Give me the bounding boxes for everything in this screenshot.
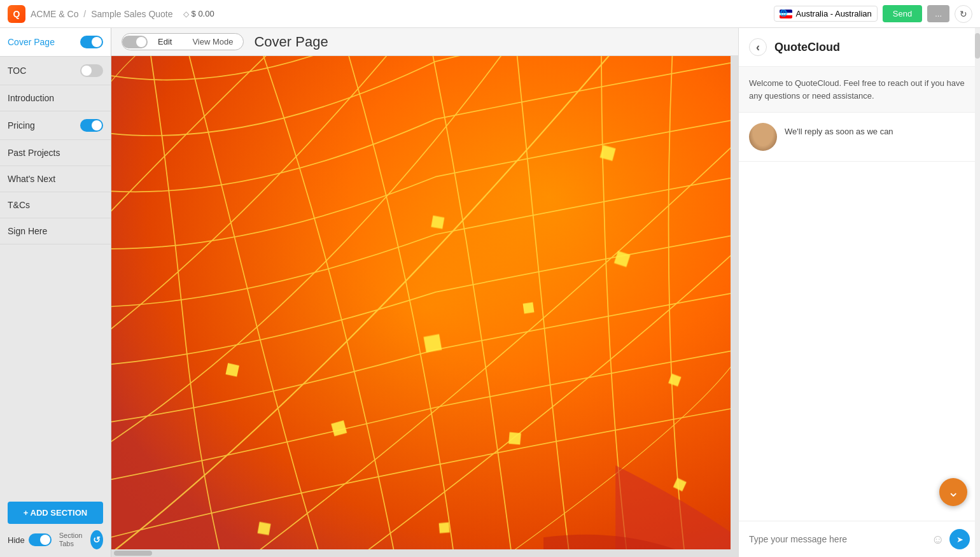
cover-canvas [111, 56, 738, 557]
cover-page-toggle[interactable] [80, 36, 103, 48]
edit-mode-button[interactable]: Edit [148, 34, 182, 50]
emoji-button[interactable]: ☺ [932, 532, 944, 547]
agent-avatar [749, 123, 777, 151]
svg-rect-9 [258, 522, 271, 535]
chat-welcome-text: Welcome to QuoteCloud. Feel free to reac… [749, 77, 970, 102]
chat-back-button[interactable]: ‹ [749, 38, 767, 56]
chat-welcome: Welcome to QuoteCloud. Feel free to reac… [739, 67, 980, 113]
svg-rect-10 [438, 522, 449, 533]
sidebar-footer: Hide Section Tabs ↺ [8, 530, 103, 549]
chat-input-area: ☺ ➤ [739, 521, 980, 557]
main-layout: Cover Page TOC Introduction Pricing Past… [0, 28, 980, 557]
app-header: Q ACME & Co / Sample Sales Quote ◇ $ 0.0… [0, 0, 980, 28]
page-title: Cover Page [254, 34, 328, 50]
scroll-down-fab[interactable]: ⌄ [939, 478, 967, 506]
sidebar-item-sign-here[interactable]: Sign Here [0, 218, 111, 244]
svg-rect-13 [523, 302, 535, 314]
hide-toggle-switch[interactable] [29, 533, 52, 546]
send-message-button[interactable]: ➤ [949, 529, 970, 549]
content-hscroll[interactable] [111, 549, 738, 557]
add-section-button[interactable]: + ADD SECTION [8, 502, 103, 524]
more-button[interactable]: ... [927, 5, 949, 22]
app-logo: Q [8, 5, 25, 23]
sidebar-item-past-projects[interactable]: Past Projects [0, 140, 111, 166]
content-area: Edit View Mode Cover Page [111, 28, 738, 557]
edit-bar: Edit View Mode Cover Page [111, 28, 738, 56]
locale-selector[interactable]: 🌐 Australia - Australian [774, 6, 878, 22]
chat-messages-scroll[interactable] [739, 162, 980, 521]
refresh-button[interactable]: ↻ [955, 5, 972, 23]
hide-toggle-group[interactable]: Hide [8, 533, 52, 546]
sidebar-item-tcs[interactable]: T&Cs [0, 192, 111, 218]
cover-artwork [111, 56, 738, 557]
sidebar-item-introduction[interactable]: Introduction [0, 85, 111, 111]
edit-view-toggle[interactable]: Edit View Mode [122, 33, 244, 50]
sidebar-bottom: + ADD SECTION Hide Section Tabs ↺ [0, 494, 111, 557]
sidebar: Cover Page TOC Introduction Pricing Past… [0, 28, 111, 557]
breadcrumb: ACME & Co / Sample Sales Quote [31, 9, 173, 19]
pricing-toggle[interactable] [80, 119, 103, 132]
sidebar-item-cover-page[interactable]: Cover Page [0, 28, 111, 57]
chat-scrollbar[interactable] [975, 28, 980, 557]
chat-header: ‹ QuoteCloud [739, 28, 980, 67]
sidebar-item-whats-next[interactable]: What's Next [0, 166, 111, 192]
sidebar-item-toc[interactable]: TOC [0, 57, 111, 85]
svg-rect-12 [225, 363, 239, 376]
chat-input[interactable] [749, 534, 927, 544]
view-mode-button[interactable]: View Mode [182, 34, 243, 50]
svg-rect-6 [508, 432, 521, 445]
section-tabs-label: Section Tabs [59, 532, 85, 548]
header-right-controls: 🌐 Australia - Australian Send ... ↻ [774, 5, 972, 23]
chat-title: QuoteCloud [774, 41, 840, 54]
svg-rect-3 [431, 216, 444, 229]
edit-mode-slider[interactable] [122, 36, 148, 48]
sidebar-item-pricing[interactable]: Pricing [0, 111, 111, 140]
price-icon: ◇ [183, 10, 189, 18]
price-display: ◇ $ 0.00 [183, 9, 214, 18]
svg-rect-5 [424, 334, 442, 353]
chat-title-area: QuoteCloud [774, 41, 840, 54]
chat-panel: ‹ QuoteCloud Welcome to QuoteCloud. Feel… [738, 28, 980, 557]
content-scrollbar[interactable] [731, 56, 738, 557]
locale-flag: 🌐 [780, 10, 792, 18]
content-hscroll-thumb [114, 551, 152, 556]
chat-message: We'll reply as soon as we can [739, 113, 980, 162]
send-button[interactable]: Send [883, 5, 922, 22]
chat-reply-text: We'll reply as soon as we can [785, 123, 893, 138]
chat-scrollbar-thumb [975, 33, 980, 59]
toc-toggle[interactable] [80, 64, 103, 77]
sidebar-settings-button[interactable]: ↺ [90, 530, 103, 549]
